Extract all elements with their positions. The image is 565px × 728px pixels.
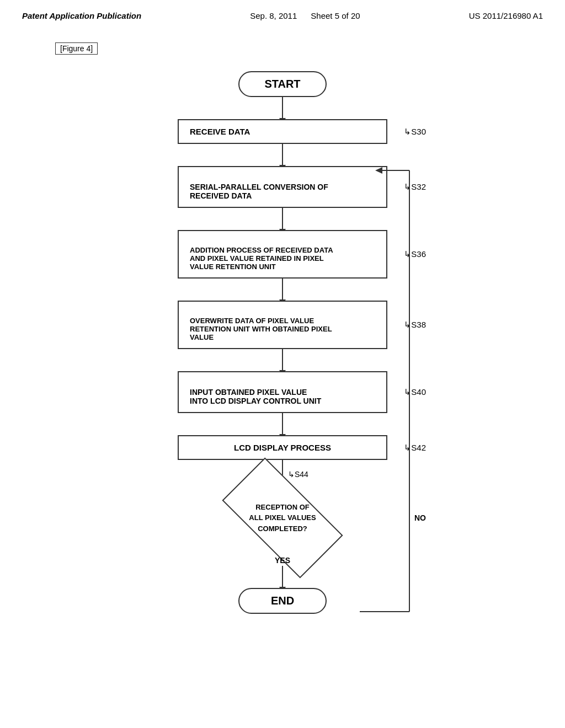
page-header: Patent Application Publication Sep. 8, 2… [22,11,543,26]
start-node: START [238,71,327,97]
addition-node: ADDITION PROCESS OF RECEIVED DATA AND PI… [178,230,387,279]
overwrite-box: OVERWRITE DATA OF PIXEL VALUE RETENTION … [178,301,387,349]
step-s36-label: ↳S36 [404,249,426,259]
receive-data-box: RECEIVE DATA [178,119,387,144]
end-node: END [238,588,327,614]
end-oval: END [238,588,327,614]
figure-label: [Figure 4] [55,42,98,55]
patent-number-label: US 2011/216980 A1 [469,11,543,20]
step-s42-label: ↳S42 [404,443,426,453]
step-s38-label: ↳S38 [404,320,426,330]
arrow-6 [282,413,283,435]
addition-box: ADDITION PROCESS OF RECEIVED DATA AND PI… [178,230,387,279]
receive-data-node: RECEIVE DATA ↳S30 [178,119,387,144]
yes-label: YES [275,556,290,565]
input-pixel-box: INPUT OBTAINED PIXEL VALUE INTO LCD DISP… [178,371,387,413]
page: Patent Application Publication Sep. 8, 2… [0,0,565,728]
lcd-display-box: LCD DISPLAY PROCESS [178,435,387,460]
step-s32-label: ↳S32 [404,182,426,192]
arrow-4 [282,279,283,301]
serial-parallel-node: SERIAL-PARALLEL CONVERSION OF RECEIVED D… [178,166,387,208]
step-s30-label: ↳S30 [404,127,426,137]
yes-section: YES [275,556,290,566]
date-label: Sep. 8, 2011 Sheet 5 of 20 [250,11,360,20]
arrow-1 [282,97,283,119]
decision-text: RECEPTION OFALL PIXEL VALUESCOMPLETED? [211,482,354,554]
decision-container: ↳S44 RECEPTION OFALL PIXEL VALUESCOMPLET… [117,482,448,554]
lcd-display-node: LCD DISPLAY PROCESS ↳S42 [178,435,387,460]
overwrite-node: OVERWRITE DATA OF PIXEL VALUE RETENTION … [178,301,387,349]
decision-diamond: RECEPTION OFALL PIXEL VALUESCOMPLETED? [211,482,354,554]
publication-label: Patent Application Publication [22,11,141,20]
step-s40-label: ↳S40 [404,387,426,397]
step-s44-label: ↳S44 [288,470,308,479]
start-oval: START [238,71,327,97]
flowchart: START RECEIVE DATA ↳S30 SERIAL-PARALLEL … [117,71,448,614]
arrow-2 [282,144,283,166]
input-pixel-node: INPUT OBTAINED PIXEL VALUE INTO LCD DISP… [178,371,387,413]
arrow-3 [282,208,283,230]
serial-parallel-box: SERIAL-PARALLEL CONVERSION OF RECEIVED D… [178,166,387,208]
no-label: NO [414,513,426,522]
arrow-5 [282,349,283,371]
arrow-8 [282,566,283,588]
